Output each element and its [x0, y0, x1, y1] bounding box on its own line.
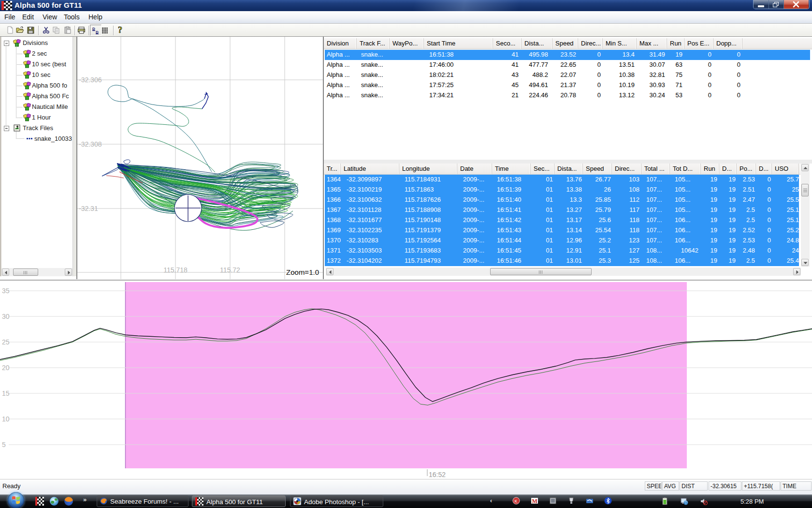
svg-text:15: 15 — [2, 389, 10, 397]
svg-text:30: 30 — [2, 313, 10, 320]
svg-text:5: 5 — [2, 441, 6, 448]
svg-text:16:52: 16:52 — [429, 471, 446, 478]
svg-text:-32.308: -32.308 — [79, 140, 102, 148]
svg-text:115.718: 115.718 — [163, 266, 188, 274]
svg-text:M: M — [532, 498, 537, 505]
svg-text:Zoom=1.0: Zoom=1.0 — [286, 268, 319, 276]
svg-text:10: 10 — [2, 415, 10, 423]
svg-text:115.72: 115.72 — [220, 266, 240, 274]
svg-text:35: 35 — [2, 287, 10, 295]
svg-text:K: K — [515, 499, 518, 504]
svg-text:?: ? — [118, 26, 122, 34]
svg-text:-32.31: -32.31 — [79, 205, 98, 212]
svg-text:-32.306: -32.306 — [79, 76, 102, 84]
svg-text:25: 25 — [2, 338, 10, 346]
svg-text:20: 20 — [2, 364, 10, 372]
